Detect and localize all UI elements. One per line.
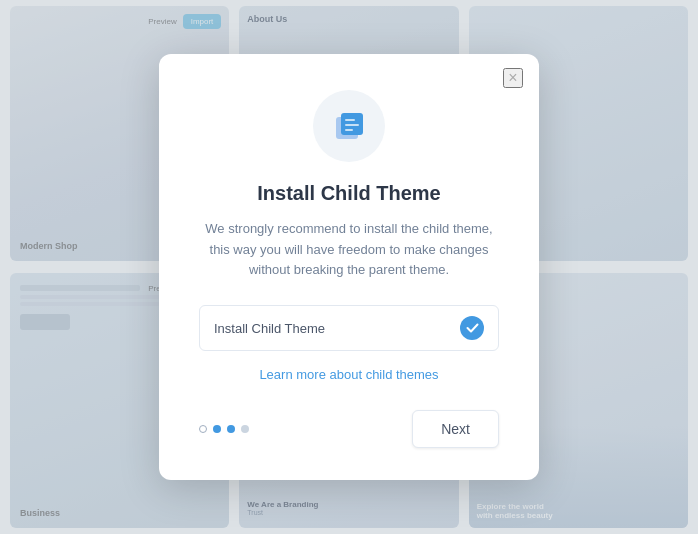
learn-more-link[interactable]: Learn more about child themes (199, 367, 499, 382)
modal-dialog: × Install Child Theme We strongly r (159, 54, 539, 480)
pagination-dot-1 (199, 425, 207, 433)
modal-backdrop: × Install Child Theme We strongly r (0, 0, 698, 534)
pagination-dots (199, 425, 249, 433)
next-button[interactable]: Next (412, 410, 499, 448)
close-button[interactable]: × (503, 68, 523, 88)
child-theme-icon (328, 105, 370, 147)
svg-rect-2 (345, 119, 355, 121)
modal-title: Install Child Theme (199, 182, 499, 205)
pagination-dot-4 (241, 425, 249, 433)
modal-description: We strongly recommend to install the chi… (199, 219, 499, 281)
pagination-dot-3 (227, 425, 235, 433)
svg-rect-3 (345, 124, 359, 126)
modal-footer: Next (199, 410, 499, 448)
pagination-dot-2 (213, 425, 221, 433)
modal-icon-circle (313, 90, 385, 162)
modal-icon-wrap (199, 90, 499, 162)
svg-rect-4 (345, 129, 353, 131)
checkbox-label: Install Child Theme (214, 321, 460, 336)
install-checkbox-row[interactable]: Install Child Theme (199, 305, 499, 351)
checkbox-checked-icon (460, 316, 484, 340)
